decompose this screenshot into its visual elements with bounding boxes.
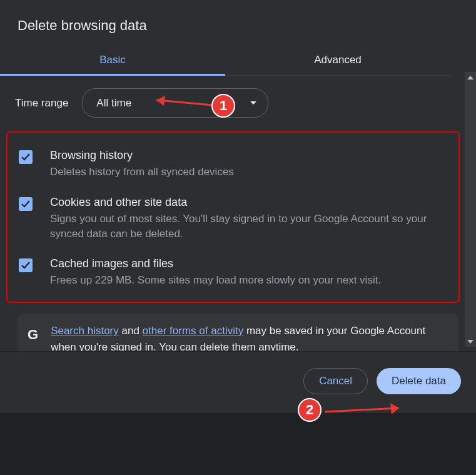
google-notice-text: Search history and other forms of activi… bbox=[51, 323, 448, 351]
item-title: Cached images and files bbox=[50, 257, 381, 270]
list-item: Browsing history Deletes history from al… bbox=[15, 144, 451, 191]
time-range-row: Time range All time bbox=[15, 88, 458, 118]
list-item: Cached images and files Frees up 229 MB.… bbox=[15, 252, 451, 290]
svg-marker-1 bbox=[156, 96, 165, 106]
svg-line-2 bbox=[325, 408, 399, 412]
annotation-marker-1: 1 bbox=[211, 94, 235, 118]
item-desc: Frees up 229 MB. Some sites may load mor… bbox=[50, 273, 381, 288]
background-area bbox=[0, 413, 476, 475]
check-icon bbox=[21, 199, 31, 209]
annotation-marker-2: 2 bbox=[298, 398, 322, 422]
annotation-arrow-icon bbox=[319, 401, 413, 419]
item-desc: Signs you out of most sites. You'll stay… bbox=[50, 212, 447, 242]
data-types-group: Browsing history Deletes history from al… bbox=[6, 131, 460, 303]
dialog-title: Delete browsing data bbox=[0, 0, 476, 46]
triangle-up-icon bbox=[467, 76, 473, 79]
dialog-content: Time range All time Browsing history Del… bbox=[0, 76, 476, 351]
item-title: Browsing history bbox=[50, 149, 234, 162]
checkbox-browsing-history[interactable] bbox=[19, 150, 33, 164]
scroll-down-button[interactable] bbox=[465, 336, 476, 347]
svg-marker-3 bbox=[390, 403, 399, 414]
tab-basic[interactable]: Basic bbox=[0, 46, 225, 75]
time-range-label: Time range bbox=[15, 97, 68, 110]
scrollbar[interactable] bbox=[465, 72, 476, 347]
tab-advanced[interactable]: Advanced bbox=[225, 46, 450, 75]
search-history-link[interactable]: Search history bbox=[51, 325, 119, 337]
svg-line-0 bbox=[156, 100, 213, 105]
list-item: Cookies and other site data Signs you ou… bbox=[15, 191, 451, 253]
check-icon bbox=[21, 152, 31, 162]
scroll-up-button[interactable] bbox=[465, 72, 476, 83]
time-range-value: All time bbox=[96, 97, 131, 110]
item-title: Cookies and other site data bbox=[50, 196, 447, 209]
delete-data-button[interactable]: Delete data bbox=[377, 368, 461, 394]
annotation-arrow-icon bbox=[144, 93, 219, 111]
other-activity-link[interactable]: other forms of activity bbox=[143, 325, 244, 337]
cancel-button[interactable]: Cancel bbox=[303, 368, 368, 394]
check-icon bbox=[21, 260, 31, 270]
google-logo-icon: G bbox=[28, 323, 38, 343]
item-desc: Deletes history from all synced devices bbox=[50, 165, 234, 180]
chevron-down-icon bbox=[250, 101, 256, 105]
checkbox-cookies[interactable] bbox=[19, 197, 33, 211]
tabs: Basic Advanced bbox=[0, 46, 450, 76]
checkbox-cache[interactable] bbox=[19, 258, 33, 272]
google-account-notice: G Search history and other forms of acti… bbox=[18, 314, 458, 351]
triangle-down-icon bbox=[467, 340, 473, 344]
